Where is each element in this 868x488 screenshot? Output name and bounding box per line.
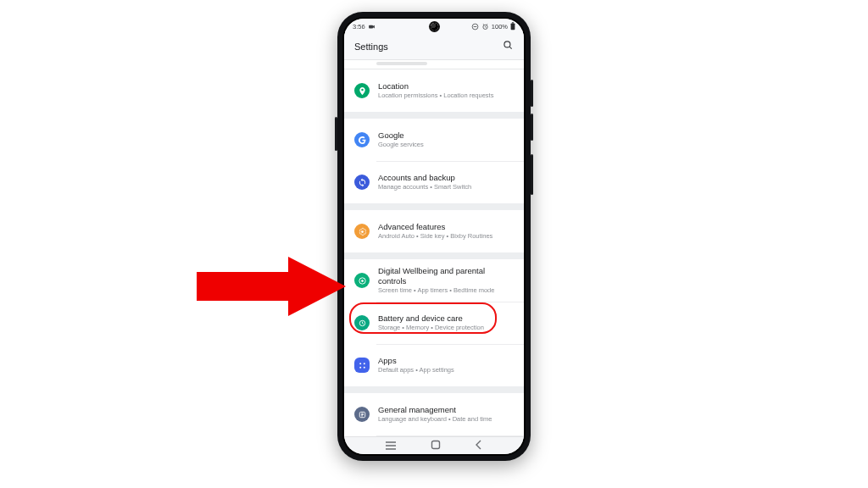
battery-percentage: 100% [492,23,508,30]
search-icon[interactable] [502,39,514,54]
item-subtitle: Language and keyboard • Date and time [378,415,514,424]
svg-point-12 [363,363,364,364]
svg-point-7 [361,230,364,233]
item-subtitle: Screen time • App timers • Bedtime mode [378,286,514,295]
general-icon [354,407,370,422]
item-title: Apps [378,356,514,365]
settings-item-advanced[interactable]: Advanced features Android Auto • Side ke… [344,210,524,252]
home-button[interactable] [431,438,441,453]
settings-item-wellbeing[interactable]: Digital Wellbeing and parental controls … [344,259,524,302]
navigation-bar [344,436,524,454]
settings-item-general[interactable]: General management Language and keyboard… [344,393,524,435]
clock: 3:56 [353,23,365,30]
advanced-icon [354,224,370,239]
settings-item-google[interactable]: Google Google services [344,119,524,161]
settings-list[interactable]: Location Location permissions • Location… [344,60,524,436]
recents-button[interactable] [385,438,397,453]
item-subtitle: Manage accounts • Smart Switch [378,183,514,191]
front-camera [431,23,438,30]
apps-icon [354,358,370,373]
settings-item-accounts[interactable]: Accounts and backup Manage accounts • Sm… [344,161,524,203]
item-title: Google [378,130,514,140]
svg-marker-0 [197,257,346,316]
settings-item-battery[interactable]: Battery and device care Storage • Memory… [344,302,524,344]
svg-rect-5 [512,22,514,23]
alarm-icon [481,23,489,30]
item-subtitle: Android Auto • Side key • Bixby Routines [378,232,514,241]
item-subtitle: Default apps • App settings [378,366,514,374]
item-title: Location [378,81,514,91]
svg-point-6 [504,42,510,47]
phone-frame: 3:56 100% [337,12,531,461]
svg-rect-4 [511,23,515,30]
svg-point-9 [361,280,364,282]
settings-item-accessibility[interactable]: Accessibility [344,435,524,436]
svg-rect-1 [369,25,373,28]
item-title: Battery and device care [378,313,514,323]
callout-arrow [197,253,346,319]
item-title: Accounts and backup [378,173,514,182]
back-button[interactable] [475,438,483,453]
svg-point-13 [359,366,361,368]
item-title: Advanced features [378,222,514,231]
dnd-icon [471,23,479,30]
item-subtitle: Storage • Memory • Device protection [378,324,514,332]
svg-point-11 [359,363,361,364]
wellbeing-icon [354,273,370,288]
battery-icon [510,22,515,30]
item-subtitle: Google services [378,141,514,149]
item-subtitle: Location permissions • Location requests [378,92,514,100]
sync-icon [354,175,370,190]
svg-rect-17 [432,441,440,449]
item-title: General management [378,405,514,414]
location-icon [354,83,370,98]
settings-header: Settings [344,34,524,60]
device-care-icon [354,315,370,330]
google-icon [354,132,370,147]
settings-item-location[interactable]: Location Location permissions • Location… [344,69,524,112]
svg-point-14 [363,366,364,368]
item-title: Digital Wellbeing and parental controls [378,266,514,286]
list-item[interactable] [344,60,524,69]
page-title: Settings [354,42,388,52]
screen: 3:56 100% [344,19,524,454]
settings-item-apps[interactable]: Apps Default apps • App settings [344,344,524,386]
camera-indicator-icon [368,23,376,30]
